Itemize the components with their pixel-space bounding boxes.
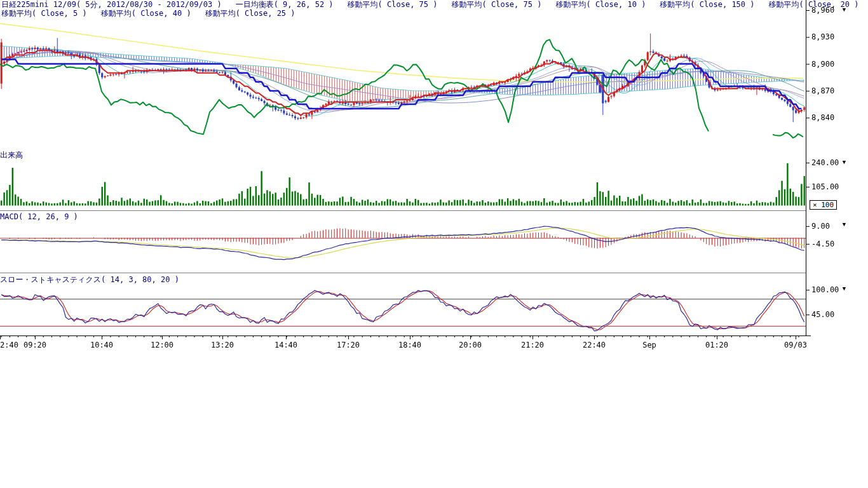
volume-scale-dropdown-icon[interactable]: ▼ — [840, 158, 848, 166]
legend-ma25: 移動平均( Close, 25 ) — [205, 9, 295, 18]
time-axis-label: 01:20 — [705, 341, 728, 349]
chart-window: 日経225mini 12/09( 5分, 2012/08/30 - 2012/0… — [0, 0, 868, 488]
time-axis-label: Sep — [642, 341, 656, 349]
time-axis-label: 20:00 — [459, 341, 482, 349]
legend-ma10: 移動平均( Close, 10 ) — [555, 0, 646, 9]
legend-ma75-b: 移動平均( Close, 75 ) — [452, 0, 542, 9]
time-axis-label: 22:40 — [583, 341, 606, 349]
legend-ma5: 移動平均( Close, 5 ) — [1, 9, 87, 18]
price-axis-label: 8,870 — [811, 86, 834, 95]
time-axis-label: 14:40 — [275, 341, 297, 349]
price-axis-label: 8,930 — [811, 32, 834, 41]
price-scale-dropdown-icon[interactable]: ▼ — [840, 6, 848, 13]
time-axis-label: 17:20 — [337, 341, 360, 349]
price-axis-label: 8,900 — [811, 60, 834, 69]
volume-axis-label: 105.00 — [811, 182, 839, 191]
legend-row-2: 移動平均( Close, 5 )移動平均( Close, 40 )移動平均( C… — [1, 10, 309, 18]
legend-instrument: 日経225mini 12/09( 5分, 2012/08/30 - 2012/0… — [1, 0, 222, 9]
volume-panel-label: 出来高 — [0, 150, 23, 161]
time-axis-label: 13:20 — [211, 341, 234, 349]
price-axis-label: 8,840 — [811, 113, 834, 122]
stoch-axis-label: 45.00 — [811, 310, 834, 319]
legend-ma150: 移動平均( Close, 150 ) — [660, 0, 754, 9]
macd-scale-dropdown-icon[interactable]: ▼ — [840, 220, 848, 228]
legend-ma75-a: 移動平均( Close, 75 ) — [348, 0, 438, 9]
stoch-scale-dropdown-icon[interactable]: ▼ — [840, 285, 848, 292]
volume-unit-badge: × 100 — [810, 200, 837, 210]
price-axis-label: 8,960 — [811, 6, 834, 15]
legend-row-1: 日経225mini 12/09( 5分, 2012/08/30 - 2012/0… — [1, 1, 868, 9]
stoch-axis-label: 100.00 — [811, 285, 839, 294]
time-axis-label: 2:40 — [0, 341, 18, 349]
volume-axis-label: 240.00 — [811, 158, 839, 167]
legend-ichimoku: 一目均衡表( 9, 26, 52 ) — [236, 0, 334, 9]
time-axis-label: 09/03 — [784, 341, 807, 349]
macd-axis-label: -4.50 — [811, 240, 834, 248]
time-axis-label: 09:20 — [24, 341, 46, 349]
time-axis-label: 18:40 — [398, 341, 421, 349]
time-axis-label: 12:00 — [151, 341, 173, 349]
macd-panel-label: MACD( 12, 26, 9 ) — [0, 212, 78, 221]
stoch-panel-label: スロー・ストキャスティクス( 14, 3, 80, 20 ) — [0, 274, 179, 285]
time-axis-label: 10:40 — [90, 341, 113, 349]
time-axis-label: 21:20 — [521, 341, 544, 349]
legend-ma40: 移動平均( Close, 40 ) — [101, 9, 191, 18]
macd-axis-label: 9.00 — [811, 222, 830, 231]
price-chart-canvas[interactable] — [0, 0, 868, 488]
